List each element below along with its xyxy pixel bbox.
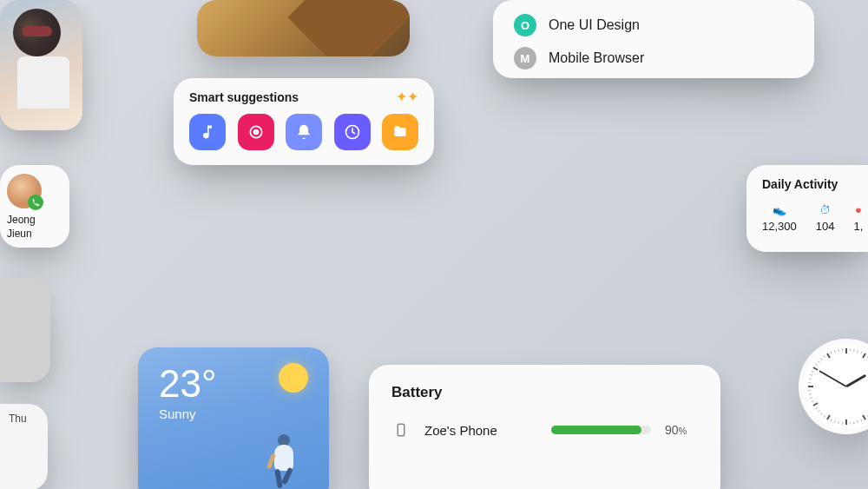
photo-content — [22, 26, 52, 36]
list-item-label: One UI Design — [549, 17, 640, 33]
clock-app-icon[interactable] — [334, 114, 371, 150]
widget-title: Battery — [391, 384, 698, 401]
app-letter-icon: O — [514, 14, 536, 36]
forecast-day: Thu — [9, 413, 39, 425]
sparkle-icon: ✦✦ — [396, 89, 418, 105]
camera-app-icon[interactable] — [238, 114, 274, 150]
list-item[interactable]: O One UI Design — [514, 9, 793, 42]
clock-minute-hand — [819, 370, 846, 387]
svg-point-0 — [253, 129, 259, 135]
sun-icon — [279, 363, 308, 393]
phone-icon — [391, 420, 411, 439]
forecast-widget[interactable]: Thu — [0, 404, 48, 489]
time-icon: ⏱ — [819, 203, 831, 216]
clock-hour-hand — [845, 374, 866, 388]
browser-list-widget[interactable]: O One UI Design M Mobile Browser — [493, 0, 814, 78]
battery-widget[interactable]: Battery Zoe's Phone 90% — [369, 365, 720, 489]
steps-icon: 👟 — [773, 203, 786, 216]
daily-activity-widget[interactable]: Daily Activity 👟 12,300 ⏱ 104 ● 1, — [746, 165, 868, 252]
weather-widget[interactable]: 23° Sunny — [138, 347, 329, 489]
steps-metric: 👟 12,300 — [762, 203, 797, 233]
app-letter-icon: M — [514, 47, 536, 69]
device-name: Zoe's Phone — [424, 423, 537, 438]
music-app-icon[interactable] — [189, 114, 226, 150]
battery-fill — [551, 426, 641, 434]
battery-percent: 90% — [665, 423, 698, 437]
list-item-label: Mobile Browser — [549, 50, 644, 66]
contact-name-line: Jieun — [7, 228, 62, 241]
photo-widget[interactable] — [0, 0, 82, 130]
runner-illustration — [266, 436, 305, 488]
food-photo-widget[interactable] — [197, 0, 410, 56]
avatar — [7, 174, 42, 208]
smart-suggestions-widget[interactable]: Smart suggestions ✦✦ — [174, 78, 434, 165]
widget-title: Smart suggestions — [189, 90, 299, 104]
contact-widget[interactable]: Jeong Jieun — [0, 165, 69, 248]
contact-name-line: Jeong — [7, 214, 62, 228]
minutes-metric: ⏱ 104 — [816, 203, 835, 233]
list-item[interactable]: M Mobile Browser — [514, 42, 793, 75]
widget-title: Daily Activity — [762, 177, 852, 191]
analog-clock-widget[interactable] — [799, 339, 868, 434]
unknown-widget[interactable] — [0, 278, 50, 382]
svg-rect-3 — [398, 424, 404, 436]
extra-metric: ● 1, — [853, 203, 863, 233]
cal-icon: ● — [855, 203, 862, 216]
weather-condition: Sunny — [159, 406, 308, 421]
battery-bar — [551, 426, 651, 434]
clock-face — [804, 344, 868, 429]
bell-app-icon[interactable] — [286, 114, 322, 150]
phone-badge-icon — [28, 195, 43, 210]
folder-app-icon[interactable] — [382, 114, 418, 150]
